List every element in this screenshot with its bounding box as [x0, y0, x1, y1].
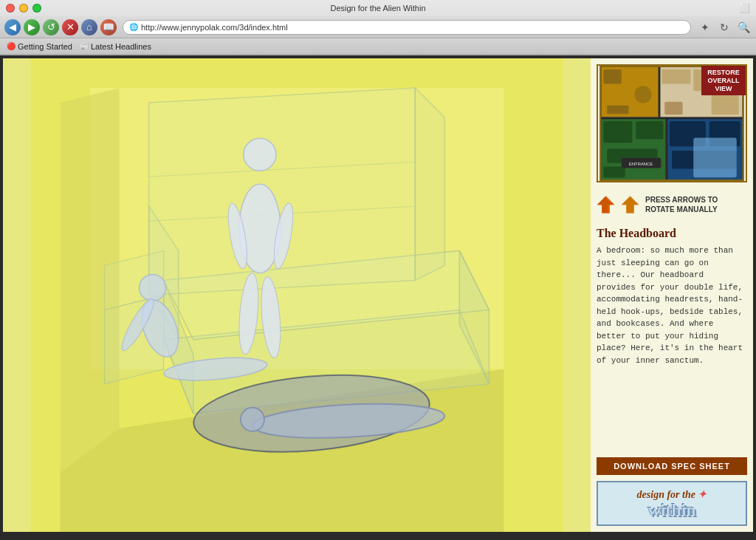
description-area: The Headboard A bedroom: so much more th…	[597, 227, 747, 451]
minimize-button[interactable]	[19, 4, 28, 13]
browser-content: RESTORE OVERALL VIEW	[0, 55, 756, 535]
svg-rect-45	[603, 167, 625, 178]
title-bar: Design for the Alien Within ⬜	[0, 0, 756, 16]
logo-dots: ✦	[698, 489, 707, 500]
star-icon[interactable]: ✦	[697, 19, 713, 35]
logo-line2: within	[604, 501, 740, 519]
home-button[interactable]: ⌂	[81, 19, 97, 35]
svg-rect-31	[603, 69, 621, 84]
bottom-bar	[0, 535, 756, 540]
rotation-instruction: PRESS ARROWS TO ROTATE MANUALLY	[645, 195, 747, 214]
resize-icon: ⬜	[739, 3, 750, 13]
search-button[interactable]: 🔍	[735, 19, 752, 35]
forward-button[interactable]: ▶	[24, 19, 40, 35]
stop-button[interactable]: ✕	[62, 19, 78, 35]
close-button[interactable]	[6, 4, 15, 13]
section-text: A bedroom: so much more than just sleepi…	[597, 245, 747, 366]
svg-rect-33	[607, 106, 628, 115]
toolbar: ◀ ▶ ↺ ✕ ⌂ 📖 🌐 ✦ ↻ 🔍	[0, 16, 756, 38]
floorplan-map: RESTORE OVERALL VIEW	[597, 64, 747, 182]
svg-point-28	[241, 408, 264, 431]
bookmark-latest-headlines[interactable]: 📰 Latest Headlines	[78, 41, 154, 52]
back-button[interactable]: ◀	[4, 19, 21, 35]
svg-marker-10	[415, 88, 444, 280]
logo-area: design for the ✦ within	[597, 481, 747, 526]
maximize-button[interactable]	[32, 4, 41, 13]
svg-rect-37	[664, 102, 682, 115]
webpage: RESTORE OVERALL VIEW	[3, 58, 753, 532]
bookmark-getting-started-label: Getting Started	[18, 42, 72, 51]
section-title: The Headboard	[597, 227, 747, 240]
address-icon: 🌐	[129, 23, 138, 31]
refresh-button[interactable]: ↺	[43, 19, 59, 35]
bookmarks-bar: 🔴 Getting Started 📰 Latest Headlines	[0, 38, 756, 55]
refresh-small-button[interactable]: ↻	[716, 19, 732, 35]
svg-rect-43	[636, 121, 663, 139]
svg-rect-50	[693, 138, 737, 178]
scene-svg	[3, 58, 591, 532]
bookmark-getting-started[interactable]: 🔴 Getting Started	[4, 41, 75, 52]
bookmarks-button[interactable]: 📖	[100, 19, 117, 35]
svg-point-17	[244, 138, 276, 171]
right-panel: RESTORE OVERALL VIEW	[591, 58, 753, 532]
rotation-controls: PRESS ARROWS TO ROTATE MANUALLY	[597, 188, 747, 221]
logo-line1: design for the ✦	[604, 488, 740, 501]
floorplan-container: RESTORE OVERALL VIEW	[597, 64, 747, 182]
latest-headlines-icon: 📰	[80, 42, 89, 50]
bookmark-latest-headlines-label: Latest Headlines	[91, 42, 151, 51]
svg-marker-58	[599, 197, 614, 212]
window-title: Design for the Alien Within	[330, 4, 425, 13]
svg-text:ENTRANCE: ENTRANCE	[629, 162, 653, 166]
address-input[interactable]	[141, 23, 684, 32]
rotate-left-button[interactable]	[597, 191, 615, 218]
getting-started-icon: 🔴	[7, 42, 16, 50]
svg-rect-42	[603, 121, 632, 143]
restore-overall-view-button[interactable]: RESTORE OVERALL VIEW	[701, 66, 746, 95]
svg-point-32	[634, 86, 651, 103]
svg-point-23	[140, 274, 166, 301]
toolbar-right-icons: ✦ ↻ 🔍	[697, 19, 752, 35]
address-bar[interactable]: 🌐	[123, 20, 691, 35]
svg-rect-36	[662, 69, 690, 84]
download-spec-sheet-button[interactable]: DOWNLOAD SPEC SHEET	[597, 457, 747, 475]
svg-rect-38	[712, 95, 739, 115]
window-buttons	[6, 4, 41, 13]
rotate-right-button[interactable]	[621, 191, 639, 218]
scene-area	[3, 58, 591, 532]
